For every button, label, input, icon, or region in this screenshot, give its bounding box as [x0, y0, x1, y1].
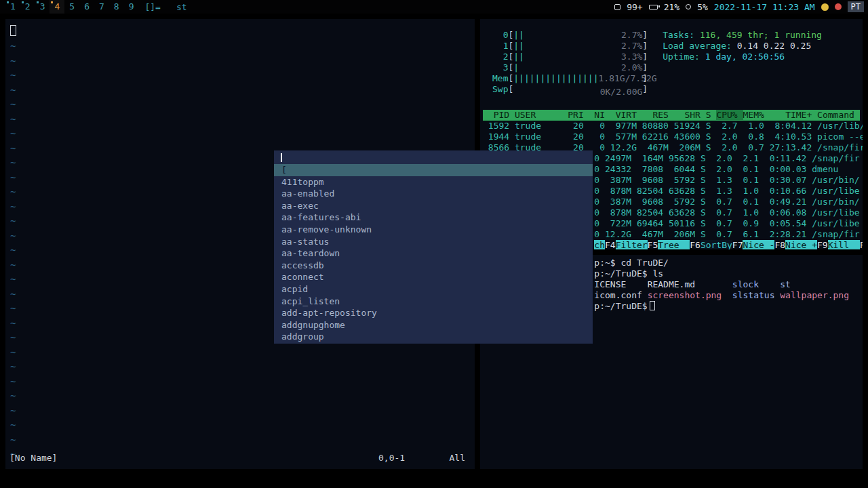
cpu-meter-0: 0[||2.7%] — [492, 30, 648, 41]
dmenu-item[interactable]: aa-remove-unknown — [274, 224, 593, 236]
htop-meters: 0[||2.7%] 1[||2.7%] 2[||3.3%] 3[|2.0%] M… — [483, 30, 860, 98]
cpu-meter-3: 3[|2.0%] — [492, 62, 648, 73]
process-row[interactable]: 0 722M 69464 50116 S 0.7 0.9 0:05.54 /us… — [594, 218, 860, 229]
dmenu-item-selected[interactable]: [ — [274, 164, 593, 176]
status-indicators: 99+ 21% 5% 2022-11-17 11:23 AM PT — [614, 1, 868, 12]
cpu-meter-2: 2[||3.3%] — [492, 52, 648, 62]
dmenu-item[interactable]: accessdb — [274, 260, 593, 272]
process-row[interactable]: 1592 trude 20 0 977M 80880 51924 S 2.7 1… — [483, 121, 860, 131]
fkey-nice-plus[interactable]: Nice + — [785, 240, 817, 249]
battery-icon — [649, 5, 658, 9]
dmenu-item[interactable]: aa-enabled — [274, 188, 593, 200]
usage-level: 5% — [697, 2, 708, 12]
shell-prompt-line[interactable]: p:~/TruDE$ — [594, 301, 860, 312]
shell-command-line: p:~/TruDE$ ls — [594, 268, 860, 279]
htop-function-key-bar: ch F4Filter F5Tree F6SortBy F7Nice - F8N… — [594, 240, 860, 249]
status-bar: 1 2 3 4 5 6 7 8 9 []= st 99+ 21% 5% 2022… — [0, 0, 868, 14]
dmenu-item[interactable]: aconnect — [274, 271, 593, 283]
tag-8[interactable]: 8 — [109, 0, 124, 14]
process-row[interactable]: 0 387M 9608 5792 S 1.3 0.1 0:30.07 /usr/… — [594, 175, 860, 186]
gauge-icon — [686, 4, 691, 9]
dmenu-item[interactable]: aa-features-abi — [274, 211, 593, 224]
vim-empty-buffer-tildes: ~ ~ ~ ~ ~ ~ ~ ~ ~ ~ ~ ~ ~ ~ ~ ~ ~ ~ ~ ~ … — [10, 39, 16, 462]
indicator-count: 99+ — [627, 2, 642, 12]
fkey-tree[interactable]: Tree — [658, 240, 690, 249]
vim-ruler: 0,0-1 — [378, 453, 405, 463]
keyboard-layout-badge[interactable]: PT — [848, 1, 864, 12]
process-row[interactable]: 1944 trude 20 0 577M 62216 43600 S 2.0 0… — [483, 131, 860, 142]
htop-summary: Tasks: 116, 459 thr; 1 running Load aver… — [663, 30, 822, 98]
volume-icon[interactable] — [821, 3, 829, 11]
focused-window-title: st — [167, 2, 197, 12]
dmenu-item[interactable]: acpi_listen — [274, 296, 593, 308]
recording-icon[interactable] — [835, 3, 842, 10]
fkey-filter[interactable]: Filter — [616, 240, 648, 249]
fkey-kill[interactable]: Kill — [828, 240, 860, 249]
tag-1[interactable]: 1 — [5, 0, 20, 14]
layout-indicator[interactable]: []= — [138, 2, 166, 12]
tasks-line: Tasks: 116, 459 thr; 1 running — [663, 30, 822, 41]
dmenu-item[interactable]: acpid — [274, 283, 593, 296]
process-row[interactable]: 0 12.2G 467M 206M S 0.7 6.1 2:28.21 /sna… — [594, 229, 860, 240]
process-row[interactable]: 0 878M 82504 63628 S 1.3 1.0 0:10.66 /us… — [594, 186, 860, 197]
vim-scroll-position: All — [450, 453, 465, 463]
tag-2[interactable]: 2 — [20, 0, 35, 14]
sort-column-cpu[interactable]: CPU% — [716, 110, 743, 120]
tag-7[interactable]: 7 — [94, 0, 109, 14]
tag-4-active[interactable]: 4 — [50, 0, 64, 14]
dmenu-launcher[interactable]: [ 411toppm aa-enabled aa-exec aa-feature… — [274, 150, 593, 344]
process-row[interactable]: 0 387M 9608 5792 S 0.7 0.1 0:49.21 /usr/… — [594, 197, 860, 207]
dmenu-item[interactable]: aa-status — [274, 236, 593, 248]
battery-level: 21% — [664, 2, 679, 12]
ls-output-line: ICENSEREADME.mdslockst — [594, 279, 860, 290]
dmenu-item[interactable]: 411toppm — [274, 176, 593, 188]
terminal-cursor — [650, 301, 655, 310]
fkey-search-fragment[interactable]: ch — [594, 240, 605, 249]
dmenu-item[interactable]: aa-teardown — [274, 247, 593, 260]
process-row[interactable]: 0 2497M 164M 95628 S 2.0 2.1 0:11.42 /sn… — [594, 153, 860, 164]
process-row[interactable]: 0 24332 7808 6044 S 2.0 0.1 0:00.03 dmen… — [594, 164, 860, 175]
tag-3[interactable]: 3 — [35, 0, 50, 14]
process-row[interactable]: 0 878M 82504 63628 S 0.7 1.0 0:06.08 /us… — [594, 207, 860, 218]
tag-6[interactable]: 6 — [79, 0, 94, 14]
tag-5[interactable]: 5 — [64, 0, 79, 14]
dmenu-item[interactable]: addgnupghome — [274, 319, 593, 331]
vim-cursor — [10, 25, 16, 36]
uptime-line: Uptime: 1 day, 02:50:56 — [663, 52, 822, 62]
dmenu-item[interactable]: add-apt-repository — [274, 307, 593, 319]
desktop: { "colors": { "accent_teal": "#3d9dae", … — [0, 0, 868, 488]
dmenu-text-cursor — [281, 153, 282, 162]
tray-box-icon[interactable] — [614, 4, 620, 10]
dmenu-item[interactable]: addgroup — [274, 331, 593, 343]
dmenu-item[interactable]: aa-exec — [274, 200, 593, 212]
vim-statusline: [No Name] 0,0-1 All — [5, 453, 475, 465]
load-average-line: Load average: 0.14 0.22 0.25 — [663, 41, 822, 52]
vim-buffer-name: [No Name] — [9, 453, 57, 463]
swap-meter: Swp[0K/2.00G] — [492, 84, 648, 98]
clock: 2022-11-17 11:23 AM — [714, 2, 815, 12]
shell-command-line: p:~$ cd TruDE/ — [594, 258, 860, 268]
fkey-nice-minus[interactable]: Nice - — [743, 240, 774, 249]
tag-9[interactable]: 9 — [124, 0, 139, 14]
cpu-meter-1: 1[||2.7%] — [492, 41, 648, 52]
ls-output-line: icom.confscreenshot.pngslstatuswallpaper… — [594, 290, 860, 301]
memory-meter: Mem[||||||||||||||||1.81G/7.52G] — [492, 73, 648, 84]
dmenu-input[interactable] — [274, 150, 593, 164]
fkey-sortby[interactable]: SortBy — [701, 240, 732, 249]
process-table-header[interactable]: PID USER PRI NI VIRT RES SHR S CPU% MEM%… — [483, 110, 860, 121]
